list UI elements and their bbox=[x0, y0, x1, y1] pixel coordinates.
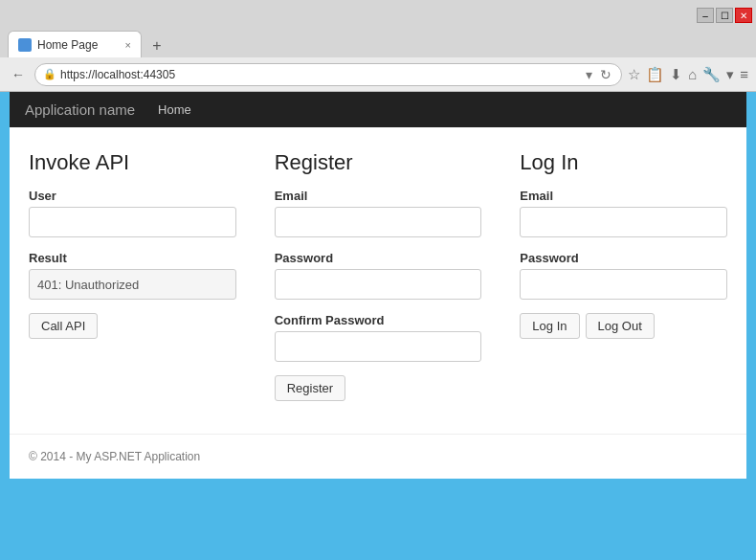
result-box: 401: Unauthorized bbox=[29, 269, 236, 300]
register-confirm-input[interactable] bbox=[275, 331, 482, 362]
login-btn-group: Log In Log Out bbox=[520, 313, 727, 339]
login-password-input[interactable] bbox=[520, 269, 727, 300]
register-password-input[interactable] bbox=[275, 269, 482, 300]
tab-title: Home Page bbox=[37, 38, 98, 52]
user-input[interactable] bbox=[29, 207, 236, 237]
user-label: User bbox=[29, 189, 236, 203]
result-field-group: Result 401: Unauthorized bbox=[29, 251, 236, 300]
register-confirm-label: Confirm Password bbox=[275, 313, 482, 327]
login-title: Log In bbox=[520, 150, 727, 175]
invoke-api-section: Invoke API User Result 401: Unauthorized… bbox=[29, 150, 236, 401]
back-button[interactable]: ← bbox=[8, 64, 29, 85]
login-password-group: Password bbox=[520, 251, 727, 300]
maximize-button[interactable]: ☐ bbox=[716, 8, 733, 23]
nav-home-link[interactable]: Home bbox=[158, 102, 191, 117]
register-password-group: Password bbox=[275, 251, 482, 300]
login-email-group: Email bbox=[520, 189, 727, 237]
register-button[interactable]: Register bbox=[275, 375, 345, 401]
login-email-input[interactable] bbox=[520, 207, 727, 237]
app-navbar: Application name Home bbox=[10, 92, 746, 127]
address-bar: ← 🔒 https://localhost:44305 ▾ ↻ ☆ 📋 ⬇ ⌂ … bbox=[0, 57, 756, 92]
page-content: Invoke API User Result 401: Unauthorized… bbox=[10, 127, 746, 424]
register-password-label: Password bbox=[275, 251, 482, 265]
download-icon[interactable]: ⬇ bbox=[670, 66, 682, 83]
register-email-input[interactable] bbox=[275, 207, 482, 237]
app-brand: Application name bbox=[25, 101, 135, 118]
tab-favicon bbox=[18, 38, 32, 52]
app-window: Application name Home Invoke API User Re… bbox=[10, 92, 746, 479]
menu-icon[interactable]: ≡ bbox=[740, 66, 748, 82]
call-api-button[interactable]: Call API bbox=[29, 313, 98, 339]
invoke-api-title: Invoke API bbox=[29, 150, 236, 175]
lock-icon: 🔒 bbox=[43, 68, 56, 80]
login-section: Log In Email Password Log In Log Out bbox=[520, 150, 727, 401]
clipboard-icon[interactable]: 📋 bbox=[646, 66, 664, 83]
register-title: Register bbox=[275, 150, 482, 175]
login-button[interactable]: Log In bbox=[520, 313, 579, 339]
dropdown-arrow[interactable]: ▾ bbox=[726, 66, 734, 83]
close-button[interactable]: ✕ bbox=[735, 8, 752, 23]
new-tab-button[interactable]: + bbox=[145, 34, 168, 57]
result-label: Result bbox=[29, 251, 236, 265]
title-bar: – ☐ ✕ bbox=[0, 0, 756, 27]
tab-close-button[interactable]: × bbox=[125, 39, 131, 51]
dropdown-icon[interactable]: ▾ bbox=[584, 65, 594, 84]
url-text: https://localhost:44305 bbox=[60, 68, 580, 81]
logout-button[interactable]: Log Out bbox=[586, 313, 655, 339]
tab-bar: Home Page × + bbox=[0, 27, 756, 57]
browser-frame: – ☐ ✕ Home Page × + ← 🔒 https://localhos… bbox=[0, 0, 756, 560]
refresh-icon[interactable]: ↻ bbox=[598, 65, 613, 84]
star-icon[interactable]: ☆ bbox=[628, 66, 640, 83]
extension-icon[interactable]: 🔧 bbox=[702, 66, 721, 83]
login-email-label: Email bbox=[520, 189, 727, 203]
register-section: Register Email Password Confirm Password… bbox=[275, 150, 482, 401]
user-field-group: User bbox=[29, 189, 236, 237]
register-email-label: Email bbox=[275, 189, 482, 203]
home-icon[interactable]: ⌂ bbox=[688, 66, 697, 82]
window-controls: – ☐ ✕ bbox=[697, 8, 752, 23]
minimize-button[interactable]: – bbox=[697, 8, 714, 23]
login-password-label: Password bbox=[520, 251, 727, 265]
footer-text: © 2014 - My ASP.NET Application bbox=[29, 450, 200, 463]
active-tab[interactable]: Home Page × bbox=[8, 31, 142, 57]
toolbar-icons: ☆ 📋 ⬇ ⌂ 🔧 ▾ ≡ bbox=[628, 66, 748, 83]
register-email-group: Email bbox=[275, 189, 482, 237]
app-footer: © 2014 - My ASP.NET Application bbox=[10, 434, 746, 479]
register-confirm-group: Confirm Password bbox=[275, 313, 482, 362]
url-box: 🔒 https://localhost:44305 ▾ ↻ bbox=[34, 63, 622, 86]
